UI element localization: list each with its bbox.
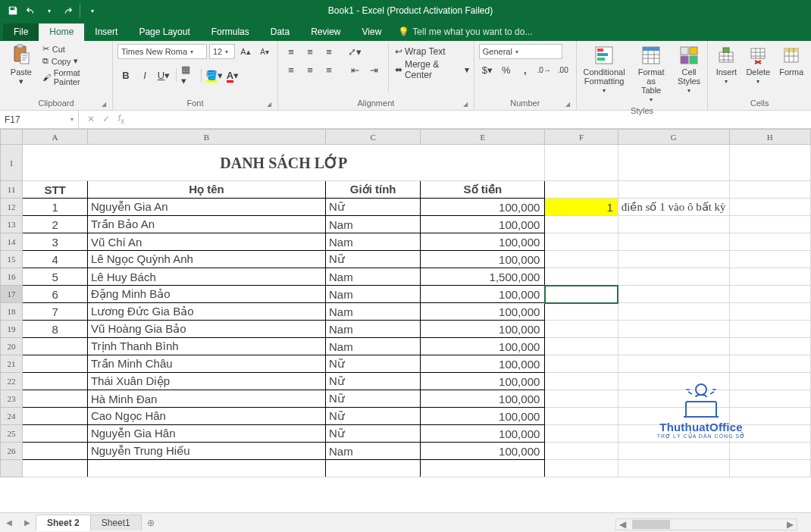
format-as-table-button[interactable]: Format as Table▾ <box>630 43 672 105</box>
cell-F15[interactable] <box>545 251 618 268</box>
cell-F25[interactable] <box>545 425 618 443</box>
cell-F14[interactable] <box>545 233 618 251</box>
cell-F26[interactable] <box>545 443 618 460</box>
cell-H16[interactable] <box>729 268 810 286</box>
tab-review[interactable]: Review <box>300 23 351 41</box>
tab-formulas[interactable]: Formulas <box>201 23 260 41</box>
bold-button[interactable]: B <box>117 67 134 83</box>
cancel-formula-icon[interactable]: ✕ <box>83 114 99 124</box>
col-header-E[interactable]: E <box>421 130 545 145</box>
cell-H12[interactable] <box>729 199 810 216</box>
cell-H13[interactable] <box>729 216 810 233</box>
alignment-launcher-icon[interactable]: ◢ <box>463 101 468 108</box>
sheet-nav-prev-icon[interactable]: ◀ <box>0 518 18 527</box>
enter-formula-icon[interactable]: ✓ <box>99 114 114 124</box>
cell-F19[interactable] <box>545 321 618 338</box>
cell-H14[interactable] <box>729 233 810 251</box>
cell-F24[interactable] <box>545 408 618 425</box>
row-header-14[interactable]: 14 <box>1 233 23 251</box>
border-button[interactable]: ▦ ▾ <box>180 67 197 83</box>
format-painter-button[interactable]: 🖌Format Painter <box>41 67 108 87</box>
align-top-icon[interactable]: ≡ <box>283 44 299 59</box>
number-launcher-icon[interactable]: ◢ <box>565 101 570 108</box>
col-header-F[interactable]: F <box>545 130 618 145</box>
align-middle-icon[interactable]: ≡ <box>302 44 318 59</box>
row-header-22[interactable]: 22 <box>1 373 23 390</box>
cell-G16[interactable] <box>618 268 729 286</box>
cell-H17[interactable] <box>729 286 810 303</box>
row-header-13[interactable]: 13 <box>1 216 23 233</box>
align-right-icon[interactable]: ≡ <box>321 62 337 77</box>
increase-indent-icon[interactable]: ⇥ <box>365 62 382 77</box>
row-header-21[interactable]: 21 <box>1 355 23 373</box>
cell-G26[interactable] <box>618 443 729 460</box>
cell-H21[interactable] <box>729 355 810 373</box>
tab-home[interactable]: Home <box>39 23 84 41</box>
font-size-select[interactable]: 12 <box>209 44 235 59</box>
cell-F23[interactable] <box>545 390 618 408</box>
cell-G14[interactable] <box>618 233 729 251</box>
underline-button[interactable]: U ▾ <box>155 67 172 83</box>
col-header-C[interactable]: C <box>325 130 420 145</box>
merge-center-button[interactable]: ⬌ Merge & Center ▾ <box>395 61 469 78</box>
tell-me-search[interactable]: 💡 Tell me what you want to do... <box>398 27 532 41</box>
cell-H15[interactable] <box>729 251 810 268</box>
fx-icon[interactable]: fx <box>114 113 129 125</box>
font-name-select[interactable]: Times New Roma <box>117 44 207 59</box>
align-bottom-icon[interactable]: ≡ <box>321 44 337 59</box>
fill-color-button[interactable]: 🪣 ▾ <box>205 67 222 83</box>
redo-icon[interactable] <box>59 2 76 19</box>
new-sheet-button[interactable]: ⊕ <box>141 515 161 530</box>
row-header-15[interactable]: 15 <box>1 251 23 268</box>
col-header-B[interactable]: B <box>87 130 325 145</box>
increase-font-icon[interactable]: A▴ <box>237 44 254 59</box>
row-header-18[interactable]: 18 <box>1 303 23 321</box>
cell-F20[interactable] <box>545 338 618 355</box>
worksheet-grid[interactable]: ABCEFGH1DANH SÁCH LỚP11 STT Họ tên Giới … <box>0 129 811 512</box>
row-header-16[interactable]: 16 <box>1 268 23 286</box>
row-header-19[interactable]: 19 <box>1 321 23 338</box>
cell-H26[interactable] <box>729 443 810 460</box>
row-header-25[interactable]: 25 <box>1 425 23 443</box>
row-header-23[interactable]: 23 <box>1 390 23 408</box>
horizontal-scrollbar[interactable]: ◀▶ <box>615 518 797 530</box>
font-launcher-icon[interactable]: ◢ <box>267 101 271 108</box>
number-format-select[interactable]: General <box>479 44 562 59</box>
cell-G15[interactable] <box>618 251 729 268</box>
save-icon[interactable] <box>5 2 21 19</box>
clipboard-launcher-icon[interactable]: ◢ <box>102 101 106 108</box>
decrease-indent-icon[interactable]: ⇤ <box>346 62 363 77</box>
row-header-26[interactable]: 26 <box>1 443 23 460</box>
conditional-formatting-button[interactable]: Conditional Formatting▾ <box>581 43 628 95</box>
cell-F21[interactable] <box>545 355 618 373</box>
row-header-24[interactable]: 24 <box>1 408 23 425</box>
undo-dropdown-icon[interactable]: ▾ <box>41 2 58 19</box>
font-color-button[interactable]: A ▾ <box>224 67 241 83</box>
tab-insert[interactable]: Insert <box>84 23 128 41</box>
cell-G21[interactable] <box>618 355 729 373</box>
col-header-G[interactable]: G <box>618 130 729 145</box>
decrease-decimal-icon[interactable]: .00 <box>555 62 571 77</box>
row-header-12[interactable]: 12 <box>1 199 23 216</box>
select-all-corner[interactable] <box>1 130 23 145</box>
copy-button[interactable]: ⧉Copy ▾ <box>41 55 108 67</box>
paste-button[interactable]: Paste ▾ <box>5 43 38 87</box>
tab-page-layout[interactable]: Page Layout <box>128 23 200 41</box>
wrap-text-button[interactable]: ↩ Wrap Text <box>395 43 469 60</box>
cell-F18[interactable] <box>545 303 618 321</box>
cut-button[interactable]: ✂Cut <box>41 43 108 55</box>
cell-G12[interactable]: điền số 1 vào ô bất kỳ <box>618 199 729 216</box>
tab-file[interactable]: File <box>3 23 39 41</box>
col-header-H[interactable]: H <box>729 130 810 145</box>
italic-button[interactable]: I <box>136 67 153 83</box>
cell-F16[interactable] <box>545 268 618 286</box>
sheet-tab-active[interactable]: Sheet 2 <box>36 515 91 531</box>
name-box[interactable]: F17▾ <box>0 111 79 128</box>
row-header-20[interactable]: 20 <box>1 338 23 355</box>
cell-F13[interactable] <box>545 216 618 233</box>
cell-G18[interactable] <box>618 303 729 321</box>
orientation-icon[interactable]: ⤢▾ <box>346 44 363 59</box>
row-header-17[interactable]: 17 <box>1 286 23 303</box>
cell-F12[interactable]: 1 <box>545 199 618 216</box>
increase-decimal-icon[interactable]: .0→ <box>536 62 553 77</box>
